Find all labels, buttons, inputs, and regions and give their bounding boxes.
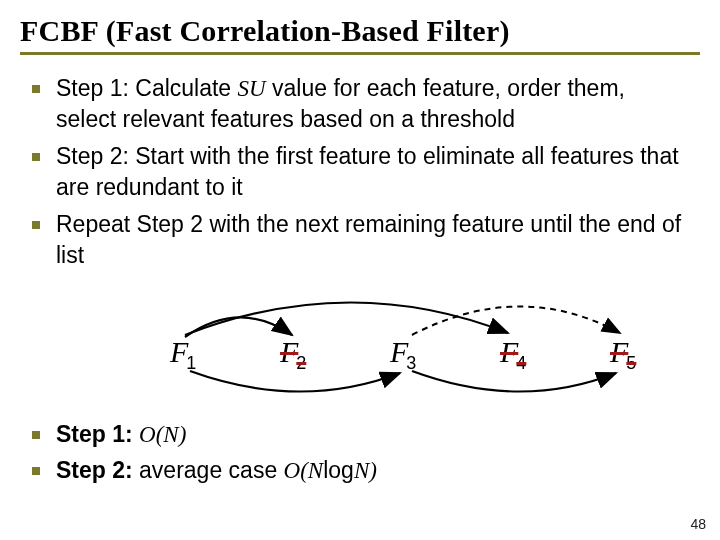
complexity-step2-log: log xyxy=(323,457,354,483)
feature-node-3: F3 xyxy=(390,335,416,374)
complexity-list: Step 1: O(N) Step 2: average case O(Nlog… xyxy=(20,417,700,488)
slide-title: FCBF (Fast Correlation-Based Filter) xyxy=(20,14,700,55)
f-sub: 2 xyxy=(296,353,306,373)
step1-pre: Step 1: Calculate xyxy=(56,75,238,101)
f-sub: 5 xyxy=(626,353,636,373)
complexity-step2: Step 2: average case O(NlogN) xyxy=(56,453,700,489)
su-symbol: SU xyxy=(238,76,266,101)
complexity-step1: Step 1: O(N) xyxy=(56,417,700,453)
feature-node-2: F2 xyxy=(280,335,306,374)
complexity-step2-label: Step 2: xyxy=(56,457,139,483)
f-sub: 3 xyxy=(406,353,416,373)
complexity-step1-label: Step 1: xyxy=(56,421,139,447)
complexity-step2-text: average case xyxy=(139,457,283,483)
feature-node-1: F1 xyxy=(170,335,196,374)
bullet-step1: Step 1: Calculate SU value for each feat… xyxy=(56,73,690,135)
f-sub: 4 xyxy=(516,353,526,373)
bullet-repeat: Repeat Step 2 with the next remaining fe… xyxy=(56,209,690,271)
complexity-step2-o: O(N xyxy=(284,458,324,483)
f-sub: 1 xyxy=(186,353,196,373)
slide-root: FCBF (Fast Correlation-Based Filter) Ste… xyxy=(0,0,720,540)
feature-node-5: F5 xyxy=(610,335,636,374)
bullet-list: Step 1: Calculate SU value for each feat… xyxy=(20,73,700,271)
feature-diagram: F1 F2 F3 F4 F5 xyxy=(20,289,700,409)
page-number: 48 xyxy=(690,516,706,532)
bullet-step2: Step 2: Start with the first feature to … xyxy=(56,141,690,203)
feature-node-4: F4 xyxy=(500,335,526,374)
complexity-step2-tail: N) xyxy=(354,458,377,483)
arc-arrows xyxy=(20,289,700,409)
complexity-step1-o: O(N) xyxy=(139,422,186,447)
